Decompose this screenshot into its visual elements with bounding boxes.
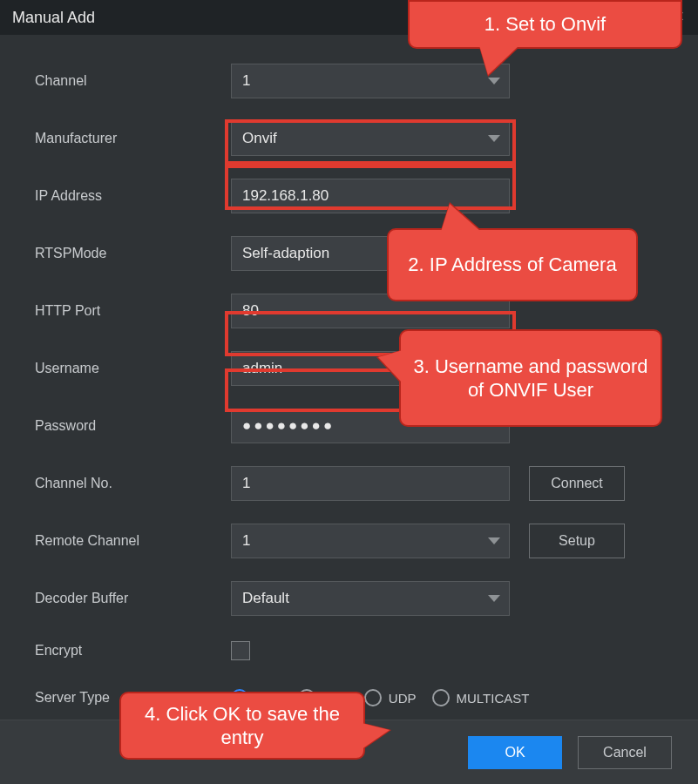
callout-4: 4. Click OK to save the entry [119,692,365,760]
label-username: Username [35,361,231,376]
channel-select[interactable]: 1 [231,64,510,98]
radio-label-udp: UDP [389,691,417,706]
label-encrypt: Encrypt [35,643,231,659]
callout-tail-icon [479,45,519,75]
dialog-title: Manual Add [12,9,95,27]
channel-no-input[interactable] [242,467,498,500]
decoder-buffer-select[interactable]: Default [231,581,510,616]
radio-label-multicast: MULTICAST [457,691,530,706]
callout-4-text: 4. Click OK to save the entry [130,702,355,750]
label-ip: IP Address [35,188,231,204]
channel-no-field[interactable] [231,466,510,501]
connect-button[interactable]: Connect [529,466,625,501]
password-value: ●●●●●●●● [242,417,335,435]
label-rtsp: RTSPMode [35,246,231,261]
chevron-down-icon [488,135,500,142]
callout-1-text: 1. Set to Onvif [485,12,606,37]
callout-tail-icon [362,723,390,749]
rtsp-value: Self-adaption [242,245,329,262]
label-manufacturer: Manufacturer [35,131,231,146]
callout-3: 3. Username and password of ONVIF User [399,329,662,427]
chevron-down-icon [488,595,500,602]
setup-button[interactable]: Setup [529,524,625,558]
manufacturer-select[interactable]: Onvif [231,121,510,156]
channel-value: 1 [242,72,250,90]
label-password: Password [35,418,231,434]
remote-channel-select[interactable]: 1 [231,524,510,558]
encrypt-checkbox[interactable] [231,641,250,660]
label-channel-no: Channel No. [35,476,231,491]
callout-3-text: 3. Username and password of ONVIF User [410,355,652,402]
label-http: HTTP Port [35,303,231,319]
decoder-buffer-value: Default [242,590,289,607]
label-decoder-buffer: Decoder Buffer [35,591,231,606]
radio-icon [432,689,450,706]
ok-button[interactable]: OK [468,736,562,769]
radio-udp[interactable]: UDP [364,689,417,706]
chevron-down-icon [488,537,500,544]
label-channel: Channel [35,73,231,89]
chevron-down-icon [488,78,500,84]
radio-icon [364,689,382,706]
callout-2-text: 2. IP Address of Camera [408,253,616,277]
callout-tail-icon [378,350,403,383]
cancel-button[interactable]: Cancel [578,736,672,769]
callout-1: 1. Set to Onvif [408,0,682,49]
radio-multicast[interactable]: MULTICAST [432,689,530,706]
remote-channel-value: 1 [242,532,250,550]
manufacturer-value: Onvif [242,130,277,147]
callout-2: 2. IP Address of Camera [387,228,638,301]
label-remote-channel: Remote Channel [35,533,231,549]
callout-tail-icon [441,204,481,232]
